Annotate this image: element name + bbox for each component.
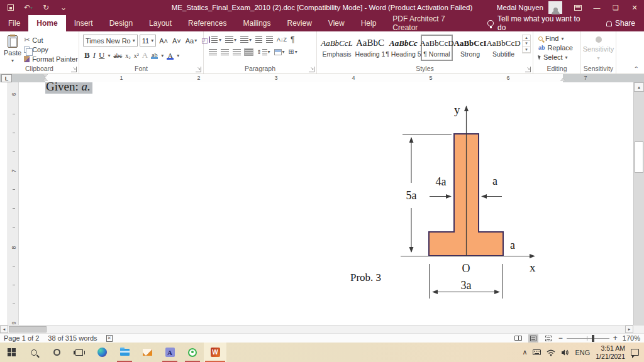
font-dialog-launcher-icon[interactable]	[196, 67, 201, 72]
style-strong[interactable]: AaBbCcIStrong	[454, 35, 486, 61]
customize-qat-icon[interactable]: ⌄	[59, 3, 68, 12]
web-layout-button[interactable]	[543, 334, 553, 343]
hanging-indent-marker[interactable]	[43, 78, 48, 81]
redo-icon[interactable]: ↻	[42, 3, 50, 12]
close-button[interactable]: ✕	[625, 0, 644, 15]
tab-design[interactable]: Design	[101, 15, 141, 31]
style-subtitle[interactable]: AaBbCcDSubtitle	[487, 35, 519, 61]
format-painter-button[interactable]: Format Painter	[24, 55, 78, 63]
share-button[interactable]: Share	[597, 15, 644, 31]
hidden-icons-chevron[interactable]: ∧	[522, 348, 527, 356]
align-left-button[interactable]	[209, 49, 217, 55]
style-emphasis[interactable]: AaBbCcLEmphasis	[321, 35, 353, 61]
numbering-button[interactable]: ▾	[225, 36, 236, 43]
find-button[interactable]: Find▾	[538, 35, 580, 42]
borders-button[interactable]: ⊞▾	[289, 48, 297, 56]
tab-layout[interactable]: Layout	[141, 15, 180, 31]
wifi-icon[interactable]	[547, 349, 555, 356]
green-app-button[interactable]	[181, 343, 204, 362]
style-normal[interactable]: AaBbCcD¶ Normal	[421, 35, 453, 61]
restore-button[interactable]: ❏	[606, 0, 625, 15]
zoom-thumb[interactable]	[592, 335, 594, 342]
ribbon-display-options-icon[interactable]	[569, 0, 587, 15]
edge-button[interactable]	[91, 343, 113, 362]
start-button[interactable]	[0, 343, 23, 362]
horizontal-ruler[interactable]: L 1 2 3 4 5 6 7	[0, 74, 644, 82]
styles-row-up-icon[interactable]: ▴	[523, 35, 530, 41]
vertical-scroll-thumb[interactable]	[635, 141, 643, 173]
minimize-button[interactable]: —	[587, 0, 606, 15]
zoom-slider[interactable]: − +	[558, 334, 618, 343]
collapse-ribbon-icon[interactable]: ⌃	[634, 65, 639, 72]
increase-indent-button[interactable]	[266, 36, 273, 43]
line-spacing-button[interactable]: ⇕▾	[257, 49, 270, 55]
scroll-right-icon[interactable]: ▸	[625, 326, 633, 333]
print-layout-button[interactable]	[528, 334, 538, 343]
text-effects-button[interactable]: A	[142, 50, 148, 60]
underline-dropdown-icon[interactable]: ▾	[108, 53, 110, 58]
replace-button[interactable]: abReplace	[538, 44, 580, 52]
paragraph-dialog-launcher-icon[interactable]	[309, 67, 314, 72]
bullets-button[interactable]: ▾	[209, 36, 221, 43]
align-right-button[interactable]	[233, 49, 241, 55]
user-name[interactable]: Medal Nguyen	[497, 4, 543, 11]
taskbar-clock[interactable]: 3:51 AM 1/21/2021	[596, 344, 625, 359]
decrease-indent-button[interactable]	[255, 36, 262, 43]
style-heading1[interactable]: AaBbCHeading 1	[354, 35, 386, 61]
first-line-indent-marker[interactable]	[43, 74, 48, 77]
touch-keyboard-icon[interactable]	[533, 349, 541, 355]
select-button[interactable]: Select▾	[538, 53, 580, 61]
undo-icon[interactable]: ↶▾	[24, 3, 33, 12]
zoom-out-icon[interactable]: −	[558, 334, 563, 343]
read-mode-button[interactable]	[513, 334, 523, 343]
tab-home[interactable]: Home	[28, 15, 65, 31]
justify-button[interactable]	[245, 49, 253, 55]
shrink-font-button[interactable]: A˅	[171, 35, 182, 47]
tab-mailings[interactable]: Mailings	[235, 15, 279, 31]
bold-button[interactable]: B	[84, 50, 90, 60]
taskbar-search-button[interactable]	[23, 343, 45, 362]
tell-me-box[interactable]: Tell me what you want to do	[480, 15, 597, 31]
grow-font-button[interactable]: A˄	[158, 35, 169, 47]
proofing-errors-icon[interactable]: ✕	[106, 335, 113, 342]
cortana-button[interactable]	[45, 343, 68, 362]
subscript-button[interactable]: x₂	[125, 52, 131, 59]
mail-button[interactable]	[136, 343, 158, 362]
word-count[interactable]: 38 of 315 words	[48, 334, 97, 342]
horizontal-scrollbar[interactable]: ◂ ▸	[0, 325, 644, 333]
word-taskbar-button[interactable]: W	[204, 343, 226, 362]
paste-button[interactable]: Paste ▾	[4, 34, 21, 63]
avatar[interactable]	[548, 1, 562, 14]
multilevel-list-button[interactable]: ▾	[240, 36, 252, 43]
style-heading5[interactable]: AaBbCc¶ Heading 5	[387, 35, 419, 61]
language-indicator[interactable]: ENG	[575, 349, 590, 356]
copy-button[interactable]: Copy	[24, 46, 78, 53]
font-family-combo[interactable]: Times New Ro▾	[83, 35, 138, 47]
document-page[interactable]: 6 7 8 9 Given: a.	[0, 82, 644, 325]
page-indicator[interactable]: Page 1 of 2	[4, 334, 39, 342]
font-color-button[interactable]: A	[167, 52, 174, 60]
cut-button[interactable]: ✂Cut	[24, 36, 78, 44]
right-indent-marker[interactable]	[560, 78, 565, 81]
clipboard-dialog-launcher-icon[interactable]	[71, 67, 77, 72]
sort-button[interactable]: A↓Z	[277, 36, 287, 43]
vertical-scrollbar[interactable]: ▴	[633, 82, 644, 325]
scroll-left-icon[interactable]: ◂	[0, 326, 8, 333]
styles-dialog-launcher-icon[interactable]	[525, 67, 531, 72]
task-view-button[interactable]	[68, 343, 91, 362]
tab-view[interactable]: View	[320, 15, 353, 31]
sensitivity-button[interactable]: Sensitivity ▾	[581, 31, 616, 61]
align-center-button[interactable]	[221, 49, 229, 55]
styles-row-down-icon[interactable]: ▾	[523, 41, 530, 47]
file-explorer-button[interactable]	[113, 343, 136, 362]
volume-icon[interactable]	[561, 349, 569, 356]
superscript-button[interactable]: x²	[134, 52, 139, 59]
zoom-level[interactable]: 170%	[623, 334, 640, 342]
font-size-combo[interactable]: 11▾	[140, 35, 156, 47]
pdf-architect-button[interactable]: A	[158, 343, 181, 362]
scroll-up-icon[interactable]: ▴	[634, 82, 644, 92]
italic-button[interactable]: I	[93, 50, 96, 60]
highlight-button[interactable]: ab	[151, 52, 158, 59]
show-hide-pilcrow-button[interactable]: ¶	[291, 35, 294, 44]
styles-more-icon[interactable]: ▾	[523, 47, 530, 53]
